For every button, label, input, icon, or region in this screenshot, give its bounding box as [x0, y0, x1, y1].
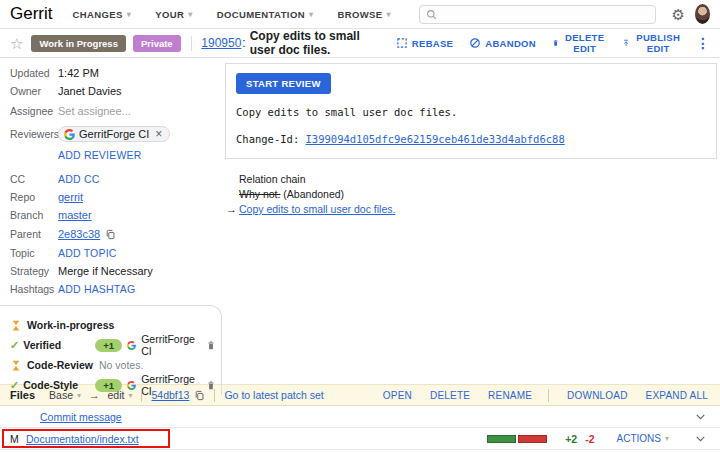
- branch-link[interactable]: master: [58, 209, 92, 221]
- subject-separator: :: [242, 36, 245, 50]
- assignee-input[interactable]: Set assignee...: [58, 105, 131, 117]
- rebase-label: REBASE: [412, 38, 453, 49]
- label-verified: ✓ Verified +1 GerritForge CI: [10, 335, 213, 355]
- reviewer-chip[interactable]: GerritForge CI ×: [58, 126, 170, 142]
- chevron-down-icon[interactable]: [695, 413, 706, 421]
- download-button[interactable]: DOWNLOAD: [567, 390, 628, 401]
- parent-commit-link[interactable]: 2e83c38: [58, 228, 100, 240]
- nav-browse-label: BROWSE: [337, 9, 382, 20]
- delete-button[interactable]: DELETE: [430, 390, 470, 401]
- delete-edit-button[interactable]: DELETE EDIT: [552, 32, 606, 54]
- change-id-link[interactable]: I399094d105dfc9e62159ceb461de33d4abfd6c8…: [306, 133, 565, 145]
- topic-label: Topic: [10, 247, 58, 259]
- add-cc-button[interactable]: ADD CC: [58, 173, 99, 185]
- change-number-link[interactable]: 190950: [201, 36, 241, 50]
- commit-message-card: START REVIEW Copy edits to small user do…: [225, 63, 717, 159]
- commit-message-row[interactable]: Commit message: [0, 406, 720, 428]
- add-hashtag-button[interactable]: ADD HASHTAG: [58, 283, 135, 295]
- meta-topic: Topic ADD TOPIC: [0, 244, 222, 262]
- copy-icon[interactable]: [194, 390, 205, 401]
- code-review-status: No votes.: [99, 359, 143, 371]
- strategy-label: Strategy: [10, 265, 58, 277]
- dropdown-caret-icon: ▾: [188, 10, 192, 19]
- current-change-link[interactable]: Copy edits to small user doc files.: [239, 203, 395, 215]
- meta-parent: Parent 2e83c38: [0, 224, 222, 244]
- file-actions-label: ACTIONS: [617, 433, 661, 444]
- nav-your[interactable]: YOUR ▾: [155, 9, 192, 20]
- add-reviewer-button[interactable]: ADD REVIEWER: [58, 149, 142, 161]
- goto-latest-patchset-link[interactable]: Go to latest patch set: [224, 389, 323, 401]
- meta-hashtags: Hashtags ADD HASHTAG: [0, 280, 222, 298]
- verified-vote-chip[interactable]: +1: [95, 339, 122, 352]
- commit-message-text: Copy edits to small user doc files.: [236, 106, 706, 118]
- nav-your-label: YOUR: [155, 9, 184, 20]
- remove-reviewer-icon[interactable]: ×: [155, 128, 162, 140]
- file-actions-dropdown[interactable]: ACTIONS ▾: [617, 433, 669, 444]
- owner-label: Owner: [10, 85, 58, 97]
- divider: [214, 389, 215, 402]
- repo-link[interactable]: gerrit: [58, 191, 83, 203]
- user-avatar[interactable]: [695, 4, 710, 24]
- revision-link[interactable]: 54dbf13: [151, 389, 189, 401]
- trash-icon: [552, 37, 559, 49]
- commit-message-link[interactable]: Commit message: [40, 411, 122, 423]
- dropdown-caret-icon: ▾: [77, 391, 81, 400]
- change-id-line: Change-Id: I399094d105dfc9e62159ceb461de…: [236, 133, 706, 145]
- open-button[interactable]: OPEN: [383, 390, 412, 401]
- more-options-icon[interactable]: ⋮: [696, 35, 710, 51]
- add-topic-button[interactable]: ADD TOPIC: [58, 247, 117, 259]
- base-patchset-select[interactable]: Base ▾: [49, 389, 81, 401]
- delete-edit-label: DELETE EDIT: [563, 32, 606, 54]
- edit-patchset-select[interactable]: edit ▾: [108, 389, 133, 401]
- publish-edit-button[interactable]: PUBLISH EDIT: [622, 32, 682, 54]
- divider: [191, 36, 192, 51]
- dropdown-caret-icon: ▾: [128, 391, 132, 400]
- nav-browse[interactable]: BROWSE ▾: [337, 9, 391, 20]
- files-title: Files: [10, 389, 35, 401]
- files-actions: OPEN DELETE RENAME DOWNLOAD EXPAND ALL: [365, 389, 708, 402]
- meta-reviewers: Reviewers GerritForge CI ×: [0, 122, 222, 146]
- cc-label: CC: [10, 173, 58, 185]
- patchset-arrow-icon: →: [89, 389, 100, 401]
- chevron-down-icon[interactable]: [695, 435, 706, 443]
- nav-changes-label: CHANGES: [73, 9, 123, 20]
- base-label: Base: [49, 389, 73, 401]
- nav-documentation[interactable]: DOCUMENTATION ▾: [217, 9, 314, 20]
- code-review-label: Code-Review: [27, 359, 99, 371]
- start-review-button[interactable]: START REVIEW: [236, 73, 331, 94]
- meta-assignee: Assignee Set assignee...: [0, 100, 222, 122]
- current-change-arrow-icon: →: [226, 202, 237, 217]
- dropdown-caret-icon: ▾: [127, 10, 131, 19]
- settings-gear-icon[interactable]: ⚙: [672, 7, 685, 22]
- abandon-button[interactable]: ABANDON: [469, 37, 536, 49]
- wip-label: Work-in-progress: [27, 319, 114, 331]
- nav-changes[interactable]: CHANGES ▾: [73, 9, 132, 20]
- label-wip: Work-in-progress: [10, 315, 213, 335]
- deletions-bar: [518, 435, 547, 443]
- remove-vote-trash-icon[interactable]: [206, 340, 216, 351]
- rebase-button[interactable]: REBASE: [396, 37, 453, 49]
- dropdown-caret-icon: ▾: [387, 10, 391, 19]
- file-path-link[interactable]: Documentation/index.txt: [26, 433, 139, 445]
- expand-all-button[interactable]: EXPAND ALL: [646, 390, 708, 401]
- search-input[interactable]: [442, 8, 649, 20]
- strategy-value: Merge if Necessary: [58, 265, 153, 277]
- copy-icon[interactable]: [105, 229, 116, 240]
- change-actions: REBASE ABANDON DELETE EDIT PUBLISH EDIT …: [380, 32, 710, 54]
- search-box[interactable]: [419, 5, 656, 24]
- reviewer-name: GerritForge CI: [79, 128, 149, 140]
- gerrit-logo[interactable]: Gerrit: [10, 4, 53, 24]
- relation-chain: Relation chain Why not. (Abandoned) → Co…: [225, 172, 717, 217]
- additions-bar: [487, 435, 516, 443]
- parent-label: Parent: [10, 228, 58, 240]
- nav-documentation-label: DOCUMENTATION: [217, 9, 305, 20]
- file-row[interactable]: M Documentation/index.txt +2 -2 ACTIONS …: [0, 428, 720, 450]
- abandon-label: ABANDON: [485, 38, 536, 49]
- relation-chain-current: → Copy edits to small user doc files.: [239, 202, 717, 217]
- star-icon[interactable]: ☆: [10, 36, 23, 51]
- added-lines-count: +2: [565, 433, 577, 445]
- label-code-review: Code-Review No votes.: [10, 355, 213, 375]
- relation-chain-title: Relation chain: [239, 172, 717, 187]
- top-bar: Gerrit CHANGES ▾ YOUR ▾ DOCUMENTATION ▾ …: [0, 0, 720, 29]
- rename-button[interactable]: RENAME: [488, 390, 532, 401]
